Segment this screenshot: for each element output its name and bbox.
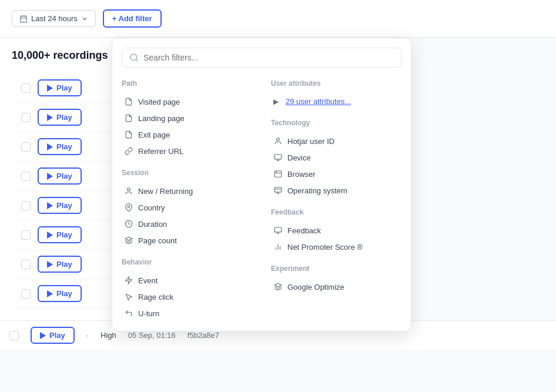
- filter-label: Page count: [138, 236, 177, 245]
- play-button[interactable]: Play: [38, 256, 82, 273]
- filter-item-google-optimize[interactable]: Google Optimize: [271, 279, 401, 295]
- uturn-icon: [124, 309, 133, 318]
- filter-item-duration[interactable]: Duration: [122, 216, 252, 232]
- section-title-user-attributes: User attributes: [271, 79, 401, 88]
- chevron-right-icon: ▶: [273, 98, 279, 106]
- play-triangle-icon: [47, 202, 53, 209]
- play-button[interactable]: Play: [38, 197, 82, 214]
- calendar-icon: [19, 15, 28, 23]
- bottom-row-checkbox[interactable]: [9, 331, 19, 340]
- filter-label: Operating system: [287, 186, 347, 195]
- play-button[interactable]: Play: [38, 285, 82, 302]
- filter-item-os[interactable]: Operating system: [271, 182, 401, 199]
- play-row: Play: [12, 250, 112, 279]
- add-filter-button[interactable]: + Add filter: [103, 9, 162, 28]
- play-triangle-icon: [47, 143, 53, 150]
- filter-item-feedback[interactable]: Feedback: [271, 222, 401, 239]
- time-filter-label: Last 24 hours: [31, 14, 78, 23]
- play-triangle-icon: [47, 173, 53, 180]
- filter-item-country[interactable]: Country: [122, 199, 252, 216]
- play-row: Play: [12, 73, 112, 103]
- row-checkbox[interactable]: [21, 201, 31, 210]
- filter-label: New / Returning: [138, 187, 193, 196]
- filter-label: Event: [138, 276, 158, 285]
- filter-item-new-returning[interactable]: New / Returning: [122, 183, 252, 199]
- svg-line-5: [136, 59, 138, 61]
- optimize-icon: [273, 282, 283, 292]
- clock-icon: [124, 219, 133, 229]
- play-row: Play: [12, 220, 112, 250]
- filter-item-user-attributes[interactable]: ▶ 29 user attributes...: [271, 93, 401, 109]
- filter-item-rage-click[interactable]: Rage click: [122, 289, 252, 305]
- filter-item-u-turn[interactable]: U-turn: [122, 305, 252, 321]
- play-button[interactable]: Play: [38, 167, 82, 185]
- play-label: Play: [56, 83, 72, 92]
- filter-label: Visited page: [138, 98, 180, 106]
- play-label: Play: [56, 142, 72, 151]
- play-rows: Play Play Play: [12, 73, 112, 309]
- svg-point-11: [277, 138, 280, 141]
- filter-label: U-turn: [138, 309, 159, 318]
- filter-label: Referrer URL: [138, 147, 183, 156]
- doc-icon: [124, 130, 133, 139]
- row-checkbox[interactable]: [21, 289, 31, 299]
- row-checkbox[interactable]: [21, 260, 31, 269]
- section-title-feedback: Feedback: [271, 208, 401, 216]
- top-bar: Last 24 hours + Add filter: [0, 0, 556, 38]
- play-label: Play: [56, 172, 72, 180]
- search-box[interactable]: [122, 48, 401, 68]
- search-input[interactable]: [143, 53, 394, 62]
- cursor-icon: [124, 292, 133, 301]
- play-row: Play: [12, 279, 112, 309]
- feedback-icon: [273, 226, 283, 235]
- filter-item-landing-page[interactable]: Landing page: [122, 110, 252, 126]
- filter-item-device[interactable]: Device: [271, 149, 401, 166]
- play-label: Play: [56, 289, 72, 298]
- search-icon: [129, 53, 139, 62]
- row-checkbox[interactable]: [21, 83, 31, 93]
- play-button[interactable]: Play: [38, 138, 82, 155]
- svg-marker-10: [126, 277, 132, 284]
- person-icon: [124, 186, 133, 196]
- time-filter-button[interactable]: Last 24 hours: [12, 10, 96, 27]
- filter-item-page-count[interactable]: Page count: [122, 232, 252, 249]
- bolt-icon: [124, 276, 133, 285]
- monitor-icon: [273, 153, 283, 162]
- play-label: Play: [56, 230, 72, 239]
- filter-item-hotjar-user-id[interactable]: Hotjar user ID: [271, 133, 401, 149]
- filter-item-nps[interactable]: Net Promoter Score ®: [271, 239, 401, 255]
- svg-point-6: [128, 188, 130, 191]
- doc-icon: [124, 97, 133, 106]
- filter-label: Net Promoter Score ®: [287, 243, 363, 252]
- play-label: Play: [56, 260, 72, 269]
- link-icon: [124, 146, 133, 156]
- doc-icon: [124, 113, 133, 123]
- svg-rect-12: [274, 155, 282, 159]
- filter-label: Landing page: [138, 114, 185, 123]
- row-checkbox[interactable]: [21, 172, 31, 181]
- play-button[interactable]: Play: [38, 79, 82, 96]
- filter-item-referrer-url[interactable]: Referrer URL: [122, 143, 252, 159]
- section-title-session: Session: [122, 169, 252, 177]
- filter-label: Browser: [287, 170, 316, 179]
- bottom-play-button[interactable]: Play: [31, 327, 75, 344]
- user-attributes-link[interactable]: 29 user attributes...: [286, 97, 351, 106]
- filter-item-browser[interactable]: Browser: [271, 166, 401, 182]
- svg-point-7: [128, 206, 130, 208]
- play-row: Play: [12, 103, 112, 132]
- row-checkbox[interactable]: [21, 142, 31, 152]
- play-row: Play: [12, 162, 112, 191]
- filter-item-event[interactable]: Event: [122, 272, 252, 289]
- svg-rect-15: [274, 171, 282, 177]
- row-checkbox[interactable]: [21, 230, 31, 240]
- filter-right-col: User attributes ▶ 29 user attributes... …: [271, 79, 401, 321]
- play-button[interactable]: Play: [38, 109, 82, 126]
- filter-dropdown: Path Visited page Landing page: [112, 38, 411, 331]
- filter-item-exit-page[interactable]: Exit page: [122, 126, 252, 143]
- filter-item-visited-page[interactable]: Visited page: [122, 93, 252, 110]
- play-button[interactable]: Play: [38, 226, 82, 243]
- row-checkbox[interactable]: [21, 113, 31, 122]
- filter-label: Google Optimize: [287, 283, 344, 292]
- filter-label: Hotjar user ID: [287, 137, 334, 146]
- chevron-down-icon: [81, 15, 88, 22]
